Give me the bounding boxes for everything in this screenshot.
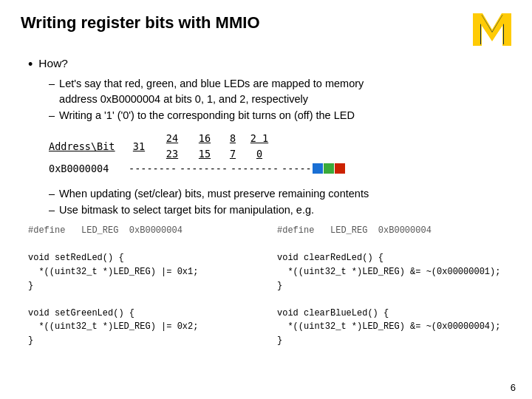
code-right-blank2 xyxy=(277,293,511,307)
code-right-define: #define LED_REG 0xB0000004 xyxy=(277,224,511,238)
code-section: #define LED_REG 0xB0000004 void setRedLe… xyxy=(28,224,511,347)
code-left-setgreen-close: } xyxy=(28,334,262,348)
code-block-right: #define LED_REG 0xB0000004 void clearRed… xyxy=(277,224,511,347)
led-green-indicator xyxy=(324,163,334,174)
sub-bullet-2: – Writing a '1' ('0') to the correspondi… xyxy=(49,108,511,123)
bullet-how: • How? xyxy=(28,56,511,73)
code-right-clearred-body: *((uint32_t *)LED_REG) &= ~(0x00000001); xyxy=(277,265,511,279)
dashes-2: -------- xyxy=(180,161,228,176)
code-block-left: #define LED_REG 0xB0000004 void setRedLe… xyxy=(28,224,262,347)
code-right-clearblue-sig: void clearBlueLed() { xyxy=(277,307,511,321)
sub-bullet-4-text: Use bitmask to select target bits for ma… xyxy=(59,202,314,218)
code-left-setred-close: } xyxy=(28,279,262,293)
code-left-setgreen-sig: void setGreenLed() { xyxy=(28,307,262,321)
sub-bullet-1-text: Let's say that red, green, and blue LEDs… xyxy=(59,76,364,107)
sub-bullet-3-text: When updating (set/clear) bits, must pre… xyxy=(59,186,369,202)
table-header-addr: Address\Bit xyxy=(49,139,129,154)
dashes-1: -------- xyxy=(129,161,177,176)
code-right-clearblue-close: } xyxy=(277,334,511,348)
table-header-210: 2 1 0 xyxy=(248,131,270,161)
sub-bullet-3: – When updating (set/clear) bits, must p… xyxy=(49,186,511,202)
table-header-2423: 24 23 xyxy=(160,131,185,161)
table-header-87: 8 7 xyxy=(225,131,241,161)
code-left-setred-body: *((uint32_t *)LED_REG) |= 0x1; xyxy=(28,265,262,279)
register-table: Address\Bit 31 24 23 16 15 8 7 2 1 0 0xB… xyxy=(49,131,511,176)
table-addr-value: 0xB0000004 xyxy=(49,161,129,176)
led-blue-indicator xyxy=(313,163,323,174)
code-left-setred-sig: void setRedLed() { xyxy=(28,251,262,265)
code-left-define: #define LED_REG 0xB0000004 xyxy=(28,224,262,238)
sub-bullet-1: – Let's say that red, green, and blue LE… xyxy=(49,76,511,107)
dash-3: – xyxy=(49,186,55,202)
code-left-blank1 xyxy=(28,238,262,252)
sub-bullets-group-2: – When updating (set/clear) bits, must p… xyxy=(49,186,511,218)
dashes-3: -------- xyxy=(231,161,279,176)
slide: Writing register bits with MMIO • How? –… xyxy=(0,0,532,399)
table-data-row: 0xB0000004 -------- -------- -------- --… xyxy=(49,161,511,176)
page-number: 6 xyxy=(511,382,516,393)
code-left-setgreen-body: *((uint32_t *)LED_REG) |= 0x2; xyxy=(28,320,262,334)
table-header-1615: 16 15 xyxy=(192,131,217,161)
dash-2: – xyxy=(49,108,55,123)
dash-4: – xyxy=(49,202,55,218)
code-right-clearred-close: } xyxy=(277,279,511,293)
sub-bullet-2-text: Writing a '1' ('0') to the corresponding… xyxy=(59,108,355,123)
code-right-clearred-sig: void clearRedLed() { xyxy=(277,251,511,265)
led-red-indicator xyxy=(335,163,345,174)
table-header: Address\Bit 31 24 23 16 15 8 7 2 1 0 xyxy=(49,131,511,161)
code-left-blank2 xyxy=(28,293,262,307)
how-label: How? xyxy=(38,56,68,72)
dash-1: – xyxy=(49,76,55,92)
bullet-dot: • xyxy=(28,56,33,73)
sub-bullet-4: – Use bitmask to select target bits for … xyxy=(49,202,511,218)
sub-bullets-group: – Let's say that red, green, and blue LE… xyxy=(49,76,511,123)
main-content: • How? – Let's say that red, green, and … xyxy=(21,56,511,348)
slide-title: Writing register bits with MMIO xyxy=(21,13,260,33)
code-right-blank1 xyxy=(277,238,511,252)
slide-header: Writing register bits with MMIO xyxy=(21,13,511,46)
university-logo xyxy=(473,13,511,46)
table-header-31: 31 xyxy=(129,139,149,154)
code-right-clearblue-body: *((uint32_t *)LED_REG) &= ~(0x00000004); xyxy=(277,320,511,334)
dashes-4: ----- xyxy=(282,161,312,176)
